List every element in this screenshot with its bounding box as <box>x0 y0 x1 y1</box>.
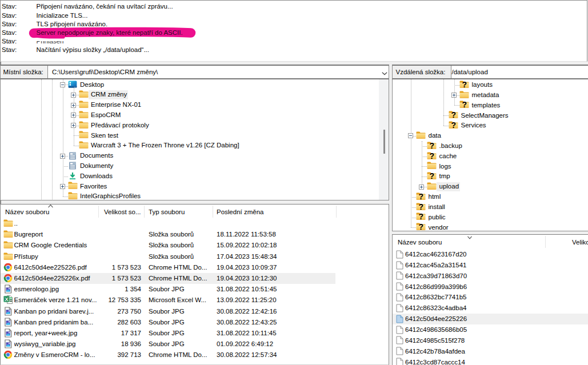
svg-text:?: ? <box>430 171 435 181</box>
svg-text:?: ? <box>419 222 424 231</box>
svg-text:?: ? <box>462 80 467 89</box>
svg-text:?: ? <box>462 101 467 110</box>
svg-text:?: ? <box>419 212 424 222</box>
svg-text:?: ? <box>419 202 424 211</box>
svg-text:?: ? <box>451 110 457 119</box>
svg-text:X: X <box>5 296 8 302</box>
svg-text:?: ? <box>419 192 424 201</box>
svg-text:?: ? <box>451 121 457 130</box>
svg-text:?: ? <box>430 141 435 150</box>
svg-text:?: ? <box>430 151 435 161</box>
